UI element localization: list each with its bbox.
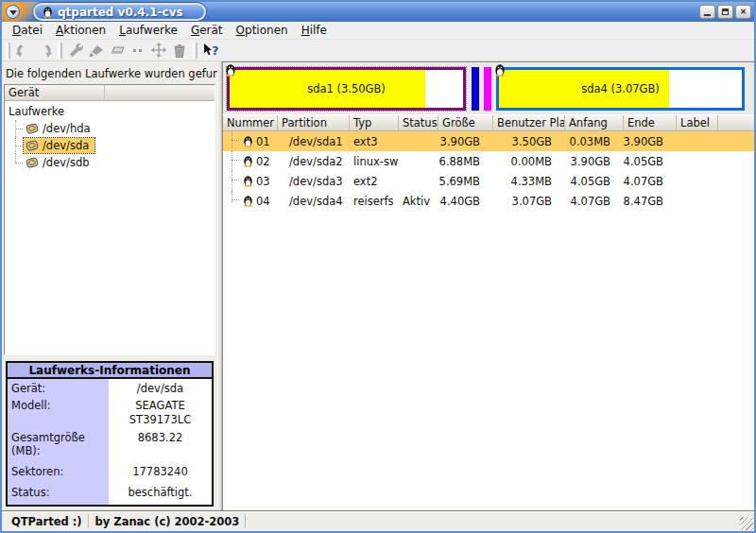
partition-table-header: Nummer Partition Typ Status Größe Benutz… (223, 115, 754, 131)
tree-branch-line (229, 151, 240, 171)
info-value-geraet: /dev/sda (109, 380, 212, 397)
info-value-status: beschäftigt. (109, 484, 212, 503)
property-icon[interactable] (65, 41, 86, 60)
move-icon[interactable] (148, 41, 169, 60)
drive-icon (26, 156, 39, 169)
qtparted-window: qtparted v0.4.1-cvs × Datei Aktionen Lau… (0, 0, 756, 533)
tree-item-dev-sdb[interactable]: /dev/sdb (5, 154, 215, 171)
drive-icon (26, 139, 39, 152)
window-menu-button[interactable] (6, 5, 20, 19)
col-anfang[interactable]: Anfang (565, 115, 624, 130)
tux-icon (225, 63, 236, 77)
menu-bar: Datei Aktionen Laufwerke Gerät Optionen … (2, 22, 754, 40)
maximize-button[interactable] (717, 5, 733, 19)
drive-info-panel: Laufwerks-Informationen Gerät: Modell: G… (6, 361, 214, 507)
tree-item-dev-hda[interactable]: /dev/hda (5, 120, 215, 137)
drive-info-title: Laufwerks-Informationen (8, 363, 212, 379)
chevron-down-icon (9, 10, 17, 15)
info-label-gesamtgroesse: Gesamtgröße (MB): (8, 429, 109, 463)
table-row-sda1[interactable]: 01 /dev/sda1 ext3 3.90GB 3.50GB 0.03MB 3… (223, 131, 754, 151)
partition-block-label: sda1 (3.50GB) (230, 70, 463, 108)
tree-item-dev-sda[interactable]: /dev/sda (5, 137, 215, 154)
tux-icon (243, 135, 253, 147)
tree-branch-line (229, 171, 240, 191)
info-label-sektoren: Sektoren: (8, 463, 109, 484)
tree-branch-line (12, 137, 24, 154)
close-icon: × (740, 8, 747, 16)
tux-icon (243, 155, 253, 167)
partition-block-sda1[interactable]: sda1 (3.50GB) (227, 67, 466, 111)
geraet-column-header[interactable]: Gerät (5, 85, 105, 100)
partition-block-sda3[interactable] (484, 67, 491, 111)
tree-branch-line (12, 154, 24, 171)
tree-branch-line (229, 191, 240, 211)
svg-text:?: ? (212, 43, 219, 58)
menu-optionen[interactable]: Optionen (230, 23, 295, 38)
menu-geraet[interactable]: Gerät (184, 23, 230, 38)
info-value-modell: SEAGATE ST39173LC (118, 397, 203, 429)
tux-icon (243, 175, 253, 187)
partition-block-sda2[interactable] (472, 67, 479, 111)
col-typ[interactable]: Typ (350, 115, 399, 130)
undo-icon[interactable] (13, 41, 34, 60)
col-partition[interactable]: Partition (278, 115, 350, 130)
disk-partition-view: sda1 (3.50GB) sda4 (3.07GB) (222, 61, 754, 115)
table-row-sda4[interactable]: 04 /dev/sda4 reiserfs Aktiv 4.40GB 3.07G… (223, 191, 754, 211)
menu-laufwerke[interactable]: Laufwerke (112, 23, 184, 38)
status-separator (245, 514, 247, 528)
col-nummer[interactable]: Nummer (223, 115, 278, 130)
info-label-modell: Modell: (8, 397, 109, 429)
device-tree: Gerät Laufwerke /dev/hda (4, 84, 215, 355)
tree-branch-line (229, 131, 240, 151)
create-icon[interactable] (86, 41, 107, 60)
status-credit-label: by Zanac (c) 2002-2003 (90, 515, 246, 528)
eraser-icon[interactable] (107, 41, 128, 60)
table-row-sda2[interactable]: 02 /dev/sda2 linux-swap 156.88MB 0.00MB … (223, 151, 754, 171)
tux-icon (494, 63, 506, 77)
col-ende[interactable]: Ende (624, 115, 677, 130)
partition-block-sda4[interactable]: sda4 (3.07GB) (496, 67, 745, 111)
tree-branch-line (12, 120, 24, 137)
info-value-sektoren: 17783240 (109, 463, 212, 484)
tree-root-laufwerke[interactable]: Laufwerke (5, 103, 215, 120)
col-status[interactable]: Status (399, 115, 438, 130)
info-label-geraet: Gerät: (8, 380, 109, 397)
app-icon (43, 6, 53, 18)
device-pane: Die folgenden Laufwerke wurden gefunden:… (2, 61, 217, 510)
toolbar-handle[interactable] (58, 43, 62, 59)
trash-icon[interactable] (169, 41, 190, 60)
tux-icon (243, 195, 253, 207)
status-app-label: QTParted :) (6, 515, 88, 528)
toolbar-handle[interactable] (193, 43, 198, 59)
resize-grip[interactable] (740, 517, 753, 530)
whats-this-icon[interactable]: ? (200, 41, 221, 60)
resize-icon[interactable] (128, 41, 148, 60)
info-label-status: Status: (8, 484, 109, 503)
title-bar[interactable]: qtparted v0.4.1-cvs × (2, 2, 754, 22)
toolbar-handle[interactable] (6, 43, 10, 59)
info-value-gesamtgroesse: 8683.22 (109, 429, 212, 463)
device-tree-header[interactable]: Gerät (5, 85, 215, 101)
col-groesse[interactable]: Größe (438, 115, 493, 130)
found-devices-label: Die folgenden Laufwerke wurden gefunden: (4, 63, 215, 84)
drive-icon (26, 122, 39, 135)
menu-datei[interactable]: Datei (6, 23, 49, 38)
partition-block-label: sda4 (3.07GB) (499, 70, 742, 108)
partition-table: Nummer Partition Typ Status Größe Benutz… (222, 115, 754, 510)
toolbar: ? (2, 40, 754, 61)
minimize-button[interactable] (699, 5, 715, 19)
menu-hilfe[interactable]: Hilfe (295, 23, 334, 38)
close-button[interactable]: × (735, 5, 751, 19)
menu-aktionen[interactable]: Aktionen (49, 23, 112, 38)
col-benutzer-platz[interactable]: Benutzer Platz (493, 115, 565, 130)
table-row-sda3[interactable]: 03 /dev/sda3 ext2 15.69MB 4.33MB 4.05GB … (223, 171, 754, 191)
status-bar: QTParted :) by Zanac (c) 2002-2003 (2, 510, 754, 531)
title-pill: qtparted v0.4.1-cvs (33, 3, 206, 21)
window-title: qtparted v0.4.1-cvs (58, 6, 183, 19)
col-label[interactable]: Label (677, 115, 718, 130)
minimize-icon (704, 14, 711, 16)
maximize-icon (722, 9, 729, 15)
redo-icon[interactable] (34, 41, 55, 60)
